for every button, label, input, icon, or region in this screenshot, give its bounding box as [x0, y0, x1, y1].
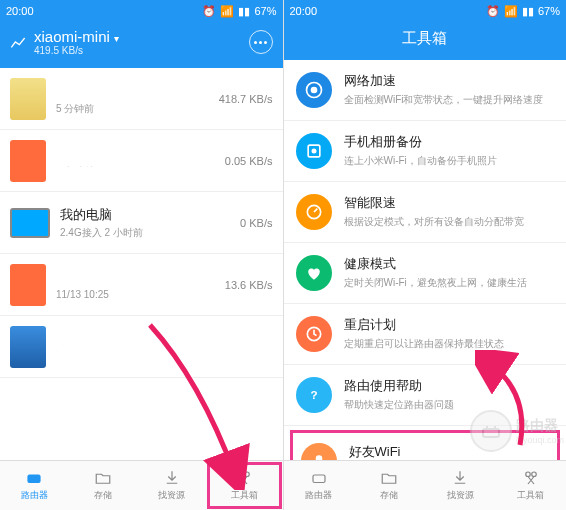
header-left: xiaomi-mini ▾ 419.5 KB/s [0, 22, 283, 68]
battery-icon: 67% [538, 5, 560, 17]
device-rate: 0 KB/s [240, 217, 272, 229]
friend-wifi-icon [301, 443, 337, 460]
smart-limit-icon [296, 194, 332, 230]
device-rate: 13.6 KB/s [225, 279, 273, 291]
device-row[interactable]: 我的电脑2.4G接入 2 小时前 0 KB/s [0, 192, 283, 254]
svg-rect-11 [313, 475, 325, 483]
device-thumb-icon [10, 140, 46, 182]
annotation-arrow-right [475, 350, 555, 450]
tool-smart-limit[interactable]: 智能限速根据设定模式，对所有设备自动分配带宽 [284, 182, 567, 243]
device-thumb-icon [10, 78, 46, 120]
device-thumb-icon [10, 208, 50, 238]
tab-router[interactable]: 路由器 [284, 461, 355, 510]
tab-toolbox[interactable]: 工具箱 [495, 461, 566, 510]
network-boost-icon [296, 72, 332, 108]
header-right: 工具箱 [284, 22, 567, 60]
tab-storage[interactable]: 存储 [354, 461, 425, 510]
router-name: xiaomi-mini [34, 28, 110, 45]
status-time: 20:00 [6, 5, 34, 17]
annotation-arrow-left [140, 320, 250, 490]
photo-backup-icon [296, 133, 332, 169]
device-rate: 0.05 KB/s [225, 155, 273, 167]
device-thumb-icon [10, 264, 46, 306]
router-signal-icon [10, 34, 26, 50]
more-menu-button[interactable] [249, 30, 273, 54]
page-title: 工具箱 [402, 29, 447, 48]
tabbar-right: 路由器 存储 找资源 工具箱 [284, 460, 567, 510]
status-time: 20:00 [290, 5, 318, 17]
wifi-icon: 📶 [220, 5, 234, 18]
device-row[interactable]: 1 小时前 0.05 KB/s [0, 130, 283, 192]
svg-text:?: ? [310, 388, 317, 401]
wifi-icon: 📶 [504, 5, 518, 18]
help-icon: ? [296, 377, 332, 413]
router-speed: 419.5 KB/s [34, 45, 119, 56]
alarm-icon: ⏰ [202, 5, 216, 18]
svg-point-4 [310, 87, 317, 94]
tool-health-mode[interactable]: 健康模式定时关闭Wi-Fi，避免熬夜上网，健康生活 [284, 243, 567, 304]
tab-find-resources[interactable]: 找资源 [425, 461, 496, 510]
status-bar: 20:00 ⏰ 📶 ▮▮ 67% [284, 0, 567, 22]
signal-icon: ▮▮ [522, 5, 534, 18]
device-row[interactable]: 我5 分钟前 418.7 KB/s [0, 68, 283, 130]
tab-router[interactable]: 路由器 [0, 461, 69, 510]
status-bar: 20:00 ⏰ 📶 ▮▮ 67% [0, 0, 283, 22]
health-mode-icon [296, 255, 332, 291]
restart-plan-icon [296, 316, 332, 352]
battery-icon: 67% [254, 5, 276, 17]
svg-point-6 [311, 149, 316, 154]
tab-storage[interactable]: 存储 [69, 461, 138, 510]
signal-icon: ▮▮ [238, 5, 250, 18]
device-thumb-icon [10, 326, 46, 368]
svg-point-12 [525, 472, 530, 477]
alarm-icon: ⏰ [486, 5, 500, 18]
device-rate: 418.7 KB/s [219, 93, 273, 105]
svg-rect-0 [28, 475, 40, 483]
tool-network-boost[interactable]: 网络加速全面检测WiFi和宽带状态，一键提升网络速度 [284, 60, 567, 121]
device-row[interactable]: 手机 11/13 10:25 13.6 KB/s [0, 254, 283, 316]
svg-point-13 [531, 472, 536, 477]
tool-photo-backup[interactable]: 手机相册备份连上小米Wi-Fi，自动备份手机照片 [284, 121, 567, 182]
